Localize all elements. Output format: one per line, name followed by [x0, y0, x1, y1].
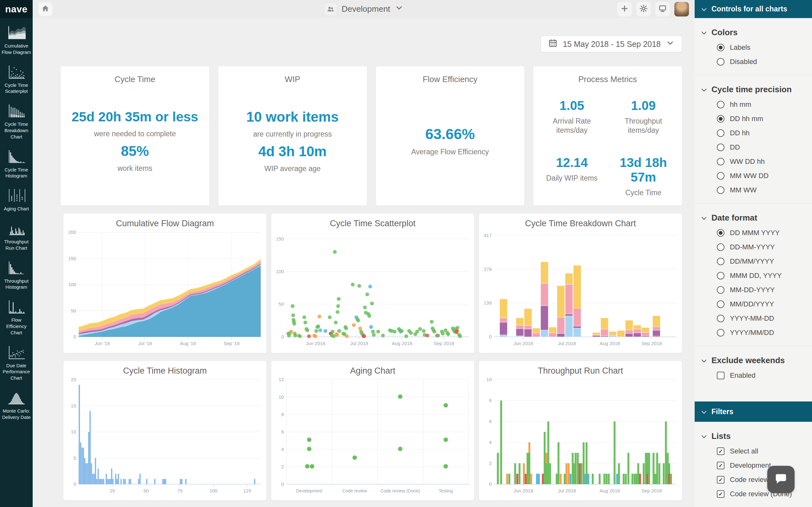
section-header-exclude-weekends[interactable]: Exclude weekends: [702, 355, 806, 365]
radio-ww-dd-hh[interactable]: WW DD hh: [717, 158, 806, 166]
sidebar-item-histogram[interactable]: Cycle Time Histogram: [0, 142, 33, 181]
radio-control[interactable]: [717, 258, 724, 265]
radio-dd-hh[interactable]: DD hh: [717, 129, 806, 137]
radio-dd-mmm-yyyy[interactable]: DD MMM YYYY: [717, 229, 806, 237]
radio-control[interactable]: [717, 300, 724, 308]
process-metric-value: 1.05: [560, 98, 584, 113]
radio-disabled[interactable]: Disabled: [717, 58, 806, 66]
sidebar-item-aging[interactable]: Aging Chart: [0, 181, 33, 214]
svg-text:Sep 2018: Sep 2018: [641, 341, 662, 346]
radio-control[interactable]: [717, 229, 724, 237]
radio-dd-mm-yyyy[interactable]: DD/MM/YYYY: [717, 257, 806, 266]
add-button[interactable]: [617, 2, 632, 16]
radio-control[interactable]: [717, 286, 724, 294]
chat-bubble-icon: [774, 472, 788, 487]
sidebar-item-flow[interactable]: Flow Efficiency Chart: [0, 292, 33, 337]
process-metrics-grid: 1.05Arrival Rate items/day1.09Throughput…: [537, 98, 678, 197]
radio-control[interactable]: [717, 315, 724, 322]
svg-text:4: 4: [489, 440, 492, 445]
sidebar-item-cfd[interactable]: Cumulative Flow Diagram: [0, 18, 33, 57]
checkbox-control[interactable]: [717, 372, 724, 379]
avatar[interactable]: [674, 2, 689, 16]
display-button[interactable]: [655, 2, 670, 16]
svg-text:278: 278: [484, 267, 492, 272]
process-metric-label: Daily WIP items: [546, 174, 598, 183]
checkbox-control[interactable]: ✓: [717, 490, 724, 498]
sidebar-item-montecarlo[interactable]: Monte Carlo: Delivery Date: [0, 383, 33, 422]
sidebar-item-thistogram[interactable]: Throughput Histogram: [0, 253, 33, 292]
filters-header[interactable]: Filters: [695, 401, 812, 422]
radio-yyyy-mm-dd[interactable]: YYYY-MM-DD: [717, 314, 806, 323]
checkbox-control[interactable]: ✓: [717, 447, 724, 455]
run-chart-icon: [1, 220, 32, 237]
svg-text:139: 139: [484, 300, 492, 305]
radio-control[interactable]: [717, 243, 724, 251]
card-title: Cycle Time: [114, 74, 155, 84]
radio-control[interactable]: [717, 158, 724, 165]
radio-control[interactable]: [717, 101, 724, 108]
board-name: Development: [342, 4, 390, 14]
checkbox-control[interactable]: ✓: [717, 476, 724, 484]
svg-text:6: 6: [489, 418, 492, 424]
due-date-icon: [1, 344, 32, 360]
board-switcher[interactable]: Development: [324, 3, 403, 16]
svg-text:150: 150: [68, 256, 76, 261]
radio-mm-dd-yyyy[interactable]: MM-DD-YYYY: [717, 286, 806, 294]
svg-text:Aug 2018: Aug 2018: [392, 341, 412, 346]
radio-control[interactable]: [717, 115, 724, 123]
chevron-down-icon: [702, 409, 707, 414]
svg-text:8: 8: [489, 398, 492, 403]
sidebar-item-duedate[interactable]: Due Date Performance Chart: [0, 338, 33, 383]
topbar-actions: [617, 2, 689, 16]
sidebar-item-run[interactable]: Throughput Run Chart: [0, 214, 33, 253]
chart-title: Cumulative Flow Diagram: [66, 219, 264, 228]
radio-control[interactable]: [717, 186, 724, 194]
svg-text:Jun 2018: Jun 2018: [513, 341, 533, 346]
sidebar-item-label: Cycle Time Scatterplot: [1, 82, 32, 95]
section-title: Lists: [711, 431, 731, 441]
section-header-colors[interactable]: Colors: [702, 27, 806, 38]
settings-button[interactable]: [636, 2, 651, 16]
radio-yyyy-mm-dd[interactable]: YYYY/MM/DD: [717, 329, 806, 337]
chart-svg-cycle-time-scatterplot: 050100150Jun 2018Jul 2018Aug 2018Sep 201…: [274, 230, 472, 348]
radio-dd-mm-yyyy[interactable]: DD-MM-YYYY: [717, 243, 806, 251]
section-header-lists[interactable]: Lists: [702, 431, 806, 441]
radio-mm-ww-dd[interactable]: MM WW DD: [717, 172, 806, 180]
section-header-date-format[interactable]: Date format: [702, 213, 806, 223]
radio-mmm-dd-yyyy[interactable]: MMM DD, YYYY: [717, 272, 806, 280]
radio-control[interactable]: [717, 144, 724, 151]
svg-text:0: 0: [281, 334, 284, 339]
svg-text:125: 125: [243, 488, 251, 493]
home-button[interactable]: [38, 2, 52, 16]
svg-text:Jun 2018: Jun 2018: [513, 488, 533, 493]
date-range-picker[interactable]: 15 May 2018 - 15 Sep 2018: [541, 36, 682, 52]
radio-mm-ww[interactable]: MM WW: [717, 186, 806, 194]
metric-cards: Cycle Time 25d 20h 35m or less were need…: [61, 66, 682, 206]
radio-control[interactable]: [717, 58, 724, 66]
radio-control[interactable]: [717, 129, 724, 137]
sidebar-item-scatterplot[interactable]: Cycle Time Scatterplot: [0, 57, 33, 97]
controls-header[interactable]: Controls for all charts: [695, 0, 812, 18]
radio-control[interactable]: [717, 329, 724, 337]
radio-mm-dd-yyyy[interactable]: MM/DD/YYYY: [717, 300, 806, 308]
radio-dd-hh-mm[interactable]: DD hh mm: [717, 115, 806, 123]
radio-hh-mm[interactable]: hh mm: [717, 101, 806, 109]
radio-dd[interactable]: DD: [717, 143, 806, 152]
radio-control[interactable]: [717, 44, 724, 51]
cycle-time-value: 25d 20h 35m or less: [72, 109, 198, 124]
checkbox-select-all[interactable]: ✓Select all: [717, 447, 806, 455]
aging-icon: [1, 187, 32, 204]
chat-launcher[interactable]: [767, 466, 795, 493]
radio-control[interactable]: [717, 172, 724, 180]
checkbox-enabled[interactable]: Enabled: [717, 372, 806, 380]
radio-labels[interactable]: Labels: [717, 43, 806, 52]
svg-text:Aug '18: Aug '18: [180, 341, 196, 346]
radio-control[interactable]: [717, 272, 724, 279]
svg-text:6: 6: [281, 429, 284, 435]
checkbox-control[interactable]: ✓: [717, 462, 724, 469]
sidebar-item-label: Throughput Run Chart: [1, 239, 32, 251]
svg-text:Jul 2018: Jul 2018: [350, 341, 368, 346]
chart-nav: Cumulative Flow DiagramCycle Time Scatte…: [0, 18, 33, 422]
section-header-cycle-time-precision[interactable]: Cycle time precision: [702, 84, 806, 95]
sidebar-item-breakdown[interactable]: Cycle Time Breakdown Chart: [0, 96, 33, 142]
